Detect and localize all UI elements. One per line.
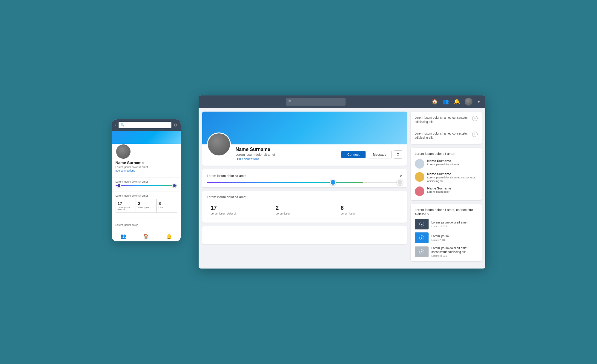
- mobile-slider-thumb-right[interactable]: [172, 183, 177, 188]
- sidebar-contact-avatar-1: [415, 159, 424, 169]
- mobile-stat-1: 17 Lorem ipsum dolor sit: [116, 199, 136, 213]
- sidebar-video-info-1: Lorem ipsum dolor sit amet Lorem: 12 875: [432, 220, 478, 228]
- mobile-stat-label-1: Lorem ipsum dolor sit: [118, 206, 134, 211]
- mobile-stats-section: 17 Lorem ipsum dolor sit 2 Lorem ipsum 8…: [112, 199, 181, 216]
- connect-button[interactable]: Connect: [341, 151, 366, 158]
- sidebar-video-thumb-2[interactable]: ▶: [415, 232, 429, 243]
- mobile-profile-subtitle: Lorem ipsum dolor sit amet: [116, 166, 177, 169]
- mobile-stat-number-3: 8: [159, 201, 175, 206]
- mobile-slider-label: Lorem ipsum dolor sit amet: [112, 180, 181, 183]
- desktop-nav-dropdown-icon[interactable]: ▼: [477, 100, 481, 104]
- desktop-slider-track[interactable]: [207, 182, 402, 183]
- mobile-stat-3: 8 Lore: [156, 199, 177, 213]
- desktop-profile-body: Name Surname Lorem ipsum dolor sit amet …: [202, 144, 407, 166]
- mobile-search-bar[interactable]: 🔍: [119, 122, 171, 128]
- mobile-connections[interactable]: 500 connections: [116, 169, 177, 172]
- sidebar-contact-info-3: Name Surname Lorem ipsum dolor: [427, 186, 478, 194]
- sidebar-contact-desc-1: Lorem ipsum dolor sit amet: [427, 163, 478, 166]
- desktop-profile-card: Name Surname Lorem ipsum dolor sit amet …: [202, 112, 407, 166]
- mobile-settings-icon[interactable]: ⚙: [174, 123, 178, 127]
- sidebar-contact-avatar-3: [415, 186, 424, 196]
- desktop-empty-card: [202, 226, 407, 244]
- sidebar-section-label: Lorem ipsum dolor sit amet:: [415, 152, 478, 155]
- desktop-nav-people-icon[interactable]: 👥: [443, 98, 449, 105]
- mobile-topbar: ‹ 🔍 ⚙: [112, 119, 181, 131]
- desktop-stat-number-2: 2: [276, 205, 333, 211]
- play-icon-3[interactable]: ▶: [419, 249, 424, 254]
- desktop-slider-thumb-end[interactable]: [397, 179, 403, 185]
- mobile-stats-row: 17 Lorem ipsum dolor sit 2 Lorem ipsum 8…: [116, 199, 177, 213]
- play-icon-2[interactable]: ▶: [419, 235, 424, 240]
- sidebar-add-button-1[interactable]: +: [472, 116, 478, 121]
- mobile-nav-home-icon[interactable]: 🏠: [143, 233, 149, 239]
- desktop-search-bar[interactable]: 🔍: [286, 98, 346, 106]
- message-button[interactable]: Message: [368, 151, 392, 158]
- desktop-nav-icons: 🏠 👥 🔔 ▼: [432, 98, 481, 106]
- mobile-back-button[interactable]: ‹: [115, 123, 116, 127]
- mobile-slider-thumb-left[interactable]: [117, 183, 121, 188]
- sidebar-info-text-2: Lorem ipsum dolor sit amet, consectetur …: [415, 132, 472, 140]
- mobile-stat-label-3: Lore: [159, 206, 175, 209]
- mobile-nav-people-icon[interactable]: 👥: [120, 233, 126, 239]
- sidebar-people-card: Lorem ipsum dolor sit amet: Name Surname…: [411, 148, 482, 200]
- mobile-stat-number-2: 2: [138, 201, 154, 206]
- mobile-mockup: ‹ 🔍 ⚙ Name Surname Lorem ipsum dolor sit…: [112, 119, 181, 241]
- desktop-nav-avatar[interactable]: [465, 98, 472, 106]
- mobile-divider-2: [112, 192, 181, 192]
- sidebar-contact-name-3: Name Surname: [427, 186, 478, 190]
- sidebar-video-info-3: Lorem ipsum dolor sit amet, consectetur …: [432, 246, 478, 257]
- desktop-profile-actions: Connect Message ⚙: [341, 144, 402, 159]
- desktop-slider-chevron-icon[interactable]: ∨: [399, 173, 402, 178]
- sidebar-video-3: ▶ Lorem ipsum dolor sit amet, consectetu…: [415, 246, 478, 257]
- sidebar-video-thumb-3[interactable]: ▶: [415, 246, 429, 257]
- desktop-stat-2: 2 Lorem ipsum: [272, 202, 337, 218]
- desktop-slider-header: Lorem ipsum dolor sit amet ∨: [207, 173, 402, 178]
- mobile-slider-track[interactable]: [116, 185, 177, 186]
- mobile-divider-1: [112, 178, 181, 178]
- sidebar-video-title-3: Lorem ipsum dolor sit amet, consectetur …: [432, 246, 478, 254]
- mobile-nav-bell-icon[interactable]: 🔔: [166, 233, 172, 239]
- play-icon-1[interactable]: ▶: [419, 222, 424, 226]
- desktop-nav-home-icon[interactable]: 🏠: [432, 98, 438, 105]
- sidebar-video-1: ▶ Lorem ipsum dolor sit amet Lorem: 12 8…: [415, 219, 478, 229]
- desktop-stat-number-1: 17: [211, 205, 268, 211]
- sidebar-add-button-2[interactable]: +: [472, 132, 478, 137]
- desktop-stats-label: Lorem ipsum dolor sit amet: [207, 195, 402, 199]
- mobile-stat-number-1: 17: [118, 201, 134, 206]
- desktop-main-column: Name Surname Lorem ipsum dolor sit amet …: [199, 108, 411, 269]
- desktop-profile-name: Name Surname: [236, 147, 337, 152]
- sidebar-video-section-label: Lorem ipsum dolor sit amet, consectetur …: [415, 208, 478, 215]
- desktop-profile-avatar: [207, 132, 231, 156]
- sidebar-contact-avatar-2: [415, 172, 424, 182]
- desktop-slider-thumb[interactable]: [330, 179, 336, 185]
- mobile-stat-label-2: Lorem ipsum: [138, 206, 154, 209]
- sidebar-contact-3: Name Surname Lorem ipsum dolor: [415, 186, 478, 196]
- sidebar-videos-card: Lorem ipsum dolor sit amet, consectetur …: [411, 204, 482, 261]
- mobile-search-icon: 🔍: [120, 123, 125, 127]
- desktop-nav-bell-icon[interactable]: 🔔: [454, 98, 460, 105]
- sidebar-video-thumb-1[interactable]: ▶: [415, 219, 429, 229]
- sidebar-info-row-1: Lorem ipsum dolor sit amet, consectetur …: [415, 116, 478, 128]
- sidebar-video-meta-2: Lorem: 7 612: [432, 239, 478, 241]
- desktop-content: Name Surname Lorem ipsum dolor sit amet …: [199, 108, 485, 269]
- sidebar-contact-desc-2: Lorem ipsum dolor sit amet, consectetur …: [427, 176, 478, 183]
- desktop-profile-info: Name Surname Lorem ipsum dolor sit amet …: [236, 144, 337, 161]
- desktop-search-icon: 🔍: [288, 100, 292, 104]
- desktop-stat-3: 8 Lorem ipsum: [337, 202, 402, 218]
- sidebar-video-meta-1: Lorem: 12 875: [432, 225, 478, 228]
- mobile-bottom-label: Lorem ipsum dolor: [116, 223, 177, 226]
- desktop-stats-row: 17 Lorem ipsum dolor sit 2 Lorem ipsum 8…: [207, 202, 402, 218]
- profile-gear-button[interactable]: ⚙: [394, 150, 402, 159]
- sidebar-video-2: ▶ Lorem ipsum Lorem: 7 612: [415, 232, 478, 243]
- desktop-profile-subtitle: Lorem ipsum dolor sit amet: [236, 153, 337, 156]
- desktop-profile-connections[interactable]: 500 connections: [236, 157, 337, 161]
- desktop-navbar: 🔍 🏠 👥 🔔 ▼: [199, 95, 485, 108]
- desktop-slider-card: Lorem ipsum dolor sit amet ∨: [202, 169, 407, 187]
- sidebar-video-info-2: Lorem ipsum Lorem: 7 612: [432, 234, 478, 241]
- desktop-stat-label-1: Lorem ipsum dolor sit: [211, 212, 268, 215]
- desktop-stat-label-2: Lorem ipsum: [276, 212, 333, 215]
- sidebar-contact-name-2: Name Surname: [427, 172, 478, 176]
- sidebar-video-meta-3: Lorem: 55 211: [432, 255, 478, 257]
- sidebar-contact-name-1: Name Surname: [427, 159, 478, 163]
- sidebar-contact-info-1: Name Surname Lorem ipsum dolor sit amet: [427, 159, 478, 166]
